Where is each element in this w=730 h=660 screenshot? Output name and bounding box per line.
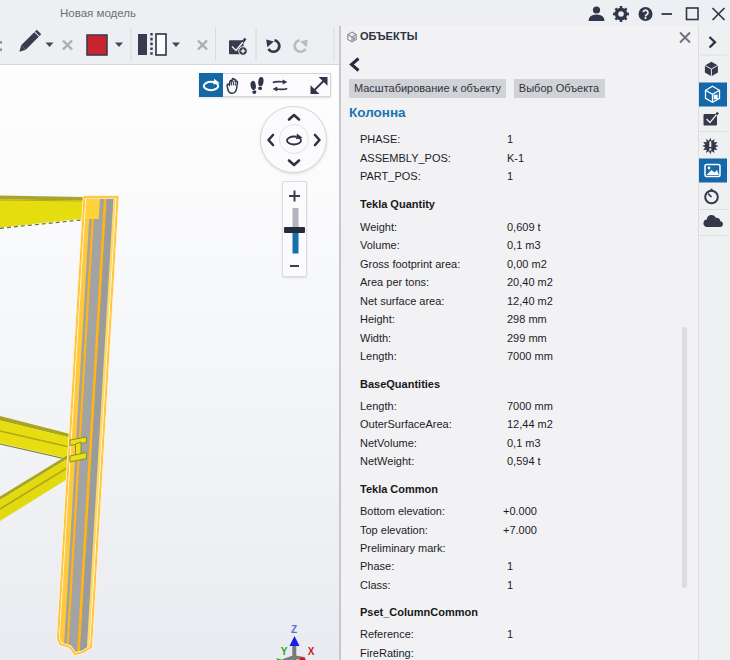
svg-text:Z: Z (291, 624, 297, 635)
svg-text:Y: Y (281, 646, 288, 657)
svg-text:X: X (308, 646, 315, 657)
